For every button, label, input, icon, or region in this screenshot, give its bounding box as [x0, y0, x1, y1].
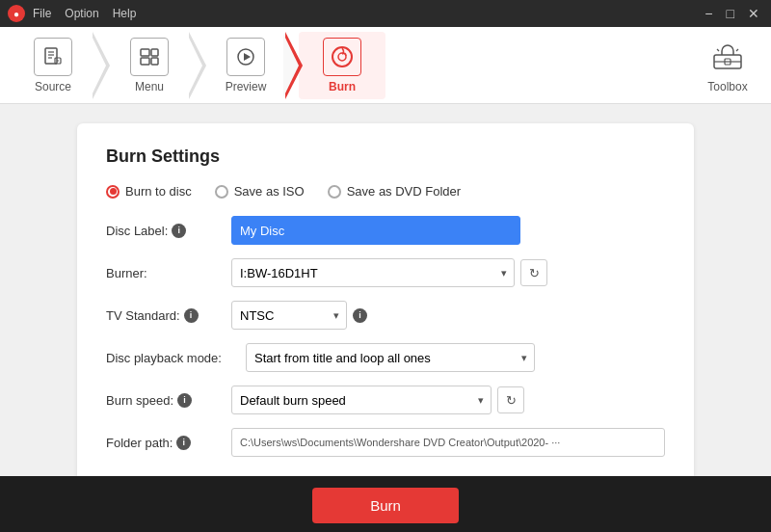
maximize-button[interactable]: □	[723, 6, 738, 21]
disc-playback-label: Disc playback mode:	[106, 351, 246, 365]
toolbar-menu[interactable]: Menu	[106, 32, 193, 99]
burner-control: I:BW-16D1HT ↻	[231, 258, 665, 287]
folder-path-control	[231, 428, 665, 457]
burn-speed-control: Default burn speed ↻	[231, 386, 665, 414]
burner-select[interactable]: I:BW-16D1HT	[231, 258, 515, 287]
preview-icon	[226, 38, 265, 76]
svg-point-12	[332, 47, 352, 66]
disc-playback-control: Start from title and loop all ones	[246, 343, 665, 372]
burner-label: Burner:	[106, 266, 231, 280]
folder-path-label: Folder path: i	[106, 436, 231, 450]
svg-rect-8	[151, 49, 158, 56]
radio-circle-iso	[215, 185, 228, 199]
toolbar-source[interactable]: Source	[10, 32, 96, 99]
disc-playback-select-wrap: Start from title and loop all ones	[246, 343, 535, 372]
burn-settings-title: Burn Settings	[106, 146, 665, 167]
tv-standard-info-icon2[interactable]: i	[353, 308, 367, 323]
disc-label-control	[231, 216, 665, 245]
burn-speed-label: Burn speed: i	[106, 393, 231, 408]
disc-playback-row: Disc playback mode: Start from title and…	[106, 343, 665, 372]
toolbox-label: Toolbox	[707, 80, 747, 93]
main-content: Burn Settings Burn to disc Save as ISO S…	[0, 104, 771, 476]
menu-option[interactable]: Option	[65, 7, 98, 20]
svg-rect-9	[151, 58, 158, 65]
tv-standard-select-wrap: NTSC PAL	[231, 301, 347, 330]
close-button[interactable]: ✕	[744, 6, 763, 21]
radio-iso-label: Save as ISO	[234, 184, 305, 199]
app-logo: ●	[8, 5, 25, 22]
toolbar-burn[interactable]: Burn	[299, 32, 386, 99]
minimize-button[interactable]: −	[701, 6, 716, 21]
tv-standard-row: TV Standard: i NTSC PAL i	[106, 301, 665, 330]
arrow-1	[93, 32, 110, 99]
svg-rect-7	[141, 58, 149, 65]
burner-select-wrap: I:BW-16D1HT	[231, 258, 515, 287]
toolbar-preview[interactable]: Preview	[202, 32, 289, 99]
radio-burn-label: Burn to disc	[125, 184, 192, 199]
disc-label-input[interactable]	[231, 216, 520, 245]
folder-path-info-icon[interactable]: i	[176, 436, 191, 450]
source-icon	[34, 38, 72, 76]
toolbar-items: Source Menu Preview	[10, 32, 694, 99]
radio-circle-dvd	[328, 185, 341, 199]
svg-line-17	[717, 49, 719, 51]
burn-settings-card: Burn Settings Burn to disc Save as ISO S…	[77, 123, 694, 476]
svg-marker-11	[244, 53, 251, 61]
radio-save-dvd[interactable]: Save as DVD Folder	[328, 184, 462, 199]
tv-standard-select[interactable]: NTSC PAL	[231, 301, 347, 330]
toolbar-right: Toolbox	[694, 32, 761, 99]
window-controls: − □ ✕	[701, 6, 763, 21]
radio-circle-burn	[106, 185, 120, 199]
radio-dot-burn	[110, 188, 117, 195]
burn-bar: Burn	[0, 476, 771, 532]
disc-playback-select[interactable]: Start from title and loop all ones	[246, 343, 535, 372]
menu-file[interactable]: File	[33, 7, 51, 20]
burn-speed-row: Burn speed: i Default burn speed ↻	[106, 386, 665, 414]
radio-dvd-label: Save as DVD Folder	[347, 184, 462, 199]
svg-rect-6	[141, 49, 149, 56]
burn-speed-info-icon[interactable]: i	[177, 393, 192, 408]
radio-save-iso[interactable]: Save as ISO	[215, 184, 305, 199]
burner-refresh-button[interactable]: ↻	[520, 259, 547, 286]
arrow-3	[285, 32, 303, 99]
tv-standard-control: NTSC PAL i	[231, 301, 665, 330]
toolbar-toolbox[interactable]: Toolbox	[694, 32, 761, 99]
disc-label-row: Disc Label: i	[106, 216, 665, 245]
title-bar-menu: File Option Help	[33, 7, 136, 20]
preview-label: Preview	[226, 80, 267, 93]
menu-icon	[130, 38, 169, 76]
radio-burn-to-disc[interactable]: Burn to disc	[106, 184, 192, 199]
radio-group: Burn to disc Save as ISO Save as DVD Fol…	[106, 184, 665, 199]
menu-label: Menu	[135, 80, 164, 93]
burn-speed-refresh-button[interactable]: ↻	[497, 386, 524, 413]
burner-row: Burner: I:BW-16D1HT ↻	[106, 258, 665, 287]
folder-path-input[interactable]	[231, 428, 665, 457]
burn-speed-select-wrap: Default burn speed	[231, 386, 492, 414]
disc-label-label: Disc Label: i	[106, 224, 231, 238]
burn-button[interactable]: Burn	[312, 488, 459, 523]
burn-label: Burn	[329, 80, 356, 93]
tv-standard-info-icon[interactable]: i	[184, 308, 199, 323]
burn-speed-select[interactable]: Default burn speed	[231, 386, 492, 414]
menu-help[interactable]: Help	[113, 7, 137, 20]
tv-standard-label: TV Standard: i	[106, 308, 231, 323]
source-label: Source	[35, 80, 71, 93]
arrow-2	[189, 32, 206, 99]
title-bar-left: ● File Option Help	[8, 5, 136, 22]
toolbox-icon	[708, 38, 747, 76]
folder-path-row: Folder path: i	[106, 428, 665, 457]
toolbar: Source Menu Preview	[0, 27, 771, 104]
disc-label-info-icon[interactable]: i	[172, 224, 186, 238]
burn-icon	[323, 38, 361, 76]
title-bar: ● File Option Help − □ ✕	[0, 0, 771, 27]
svg-line-18	[736, 49, 738, 51]
